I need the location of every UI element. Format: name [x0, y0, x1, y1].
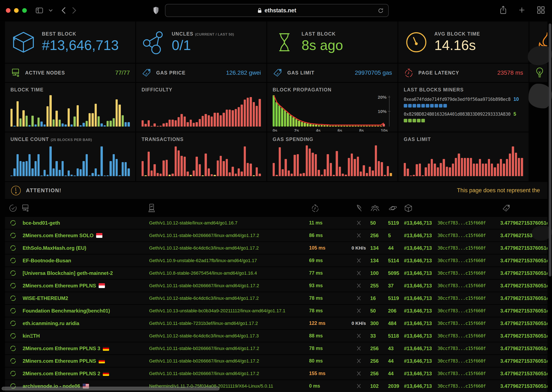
forward-button[interactable] — [72, 7, 77, 14]
node-name[interactable]: EF-Bootnode-Busan — [18, 258, 144, 264]
node-name[interactable]: 2Miners.com Ethereum PPLNS 2 — [18, 371, 144, 377]
node-row[interactable]: 2Miners.com Ethereum PPLNS 2 Geth/v1.10.… — [5, 368, 547, 379]
chevron-down-icon[interactable] — [49, 9, 53, 12]
node-row[interactable]: 2Miners.com Ethereum PPLNS 3 Geth/v1.10.… — [5, 343, 547, 354]
node-row[interactable]: WISE-ETHEREUM2 Geth/v1.10.12-stable-6c4d… — [5, 292, 547, 304]
node-name[interactable]: bce-bnd01-geth — [18, 220, 144, 226]
close-window-button[interactable] — [6, 8, 10, 13]
node-row[interactable]: 2Miners.com Ethereum SOLO Geth/v1.10.11-… — [5, 230, 547, 241]
node-name[interactable]: [Universa Blockchain] geth-mainnet-2 — [18, 270, 144, 276]
chart-bar — [119, 105, 121, 126]
node-name[interactable]: Foundation Benchmarking(bench01) — [18, 308, 144, 314]
difficulty-tag-icon — [500, 204, 547, 212]
chart-bar — [512, 147, 514, 176]
node-row[interactable]: [Universa Blockchain] geth-mainnet-2 Get… — [5, 267, 547, 279]
miner-address[interactable]: 0x829BD824B016326A401d083B33D092293333A8… — [404, 112, 510, 117]
node-name[interactable]: kinΞTH — [18, 333, 144, 339]
node-block-hash: 30ccf783...c15f660f — [437, 296, 500, 301]
miner-block-squares — [404, 104, 523, 107]
chart-bar — [62, 123, 64, 126]
node-status-icon — [10, 308, 16, 314]
minimize-window-button[interactable] — [14, 8, 19, 13]
chart-bar — [279, 147, 281, 176]
vertical-scrollbar[interactable] — [549, 23, 551, 277]
browser-toolbar: ethstats.net — [0, 0, 552, 21]
chart-bar — [335, 126, 337, 127]
chart-bar — [29, 154, 31, 176]
node-latency: 80 ms — [308, 358, 347, 364]
chart-bar — [180, 114, 183, 126]
chart-bar — [363, 165, 365, 176]
node-name[interactable]: WISE-ETHEREUM2 — [18, 295, 144, 301]
node-latency: 78 ms — [308, 308, 347, 314]
chart-bar — [419, 164, 421, 176]
chart-bar — [455, 158, 457, 176]
node-name[interactable]: eth.icanmining.ru aridia — [18, 321, 144, 326]
node-name[interactable]: 2Miners.com Ethereum PPLNS 3 — [18, 346, 144, 351]
node-name[interactable]: EthSolo.MaxHash.org (EU) — [18, 245, 144, 251]
chart-bar — [184, 157, 186, 176]
privacy-shield-icon[interactable] — [153, 7, 159, 14]
flag-de-icon — [99, 358, 105, 363]
chart-bar — [157, 173, 159, 176]
node-total-difficulty: 3.477962715376051e+22 — [500, 233, 547, 238]
chart-bar — [244, 147, 246, 176]
tab-overview-icon[interactable] — [537, 6, 545, 15]
zoom-window-button[interactable] — [22, 8, 27, 13]
horizontal-scrollbar[interactable] — [2, 387, 219, 390]
node-pending: 5095 — [388, 270, 404, 276]
node-name[interactable]: 2Miners.com Ethereum SOLO — [18, 233, 144, 238]
node-row[interactable]: bce-bnd01-geth Geth/v1.10.12-stable/linu… — [5, 217, 547, 229]
gas-spending-chart — [273, 145, 392, 176]
chart-bar — [235, 109, 237, 126]
chart-title: TRANSACTIONS — [142, 137, 261, 142]
sidebar-toggle-icon[interactable] — [36, 7, 43, 14]
node-row[interactable]: kinΞTH Geth/v1.10.12-stable-6c4dc6c3/lin… — [5, 330, 547, 342]
address-bar[interactable]: ethstats.net — [165, 4, 389, 17]
node-name[interactable]: 2Miners.com Ethereum PPLNS — [18, 358, 144, 364]
gas-limit-chart — [404, 145, 523, 176]
node-table: bce-bnd01-geth Geth/v1.10.12-stable/linu… — [0, 217, 552, 392]
ethstats-dashboard: BEST BLOCK #13,646,713 UNCLES (CURRENT /… — [0, 21, 552, 392]
chart-bar — [304, 123, 306, 126]
chart-bar — [172, 174, 174, 176]
node-row[interactable]: EthSolo.MaxHash.org (EU) Geth/v1.10.12-s… — [5, 242, 547, 254]
chart-bar — [166, 160, 168, 176]
chart-bar — [377, 126, 379, 127]
flag-sg-icon — [96, 233, 102, 238]
not-mining-icon — [356, 270, 362, 276]
chart-title: GAS LIMIT — [404, 137, 523, 142]
flame-icon — [534, 30, 547, 54]
chart-bar — [425, 167, 427, 176]
chart-bar — [330, 163, 332, 176]
chart-bar — [285, 159, 287, 176]
share-icon[interactable] — [500, 6, 507, 15]
chart-bar — [518, 158, 520, 176]
chart-bar — [68, 170, 70, 176]
back-button[interactable] — [61, 7, 66, 14]
reload-icon[interactable] — [377, 7, 384, 15]
node-row[interactable]: 2Miners.com Ethereum PPLNS Geth/v1.10.11… — [5, 280, 547, 292]
chart-bar — [390, 173, 392, 176]
chart-bar — [125, 162, 127, 176]
chart-bar — [422, 175, 424, 176]
node-status-icon — [10, 220, 16, 226]
node-name[interactable]: 2Miners.com Ethereum PPLNS — [18, 283, 144, 289]
chart-bar — [309, 124, 311, 126]
hashrate-panel-partial — [529, 21, 547, 63]
chart-bar — [256, 167, 258, 176]
last-block-panel: LAST BLOCK 8s ago — [267, 21, 397, 63]
new-tab-button[interactable] — [518, 6, 526, 15]
node-peers: 134 — [370, 258, 388, 264]
check-circle-icon — [7, 204, 18, 212]
node-row[interactable]: 2Miners.com Ethereum PPLNS Geth/v1.10.11… — [5, 355, 547, 367]
node-row[interactable]: Foundation Benchmarking(bench01) Geth/v1… — [5, 305, 547, 317]
chart-bar — [282, 169, 284, 176]
uptime-panel-partial — [529, 63, 547, 82]
chart-bar — [452, 164, 454, 176]
miner-address[interactable]: 0xea674fdde714fd979de3edf0f56aa9716b898e… — [404, 97, 510, 102]
chart-bar — [259, 174, 261, 176]
not-mining-icon — [356, 308, 362, 314]
node-row[interactable]: eth.icanmining.ru aridia Geth/v1.10.11-s… — [5, 317, 547, 329]
node-row[interactable]: EF-Bootnode-Busan Geth/v1.10.9-unstable-… — [5, 255, 547, 266]
